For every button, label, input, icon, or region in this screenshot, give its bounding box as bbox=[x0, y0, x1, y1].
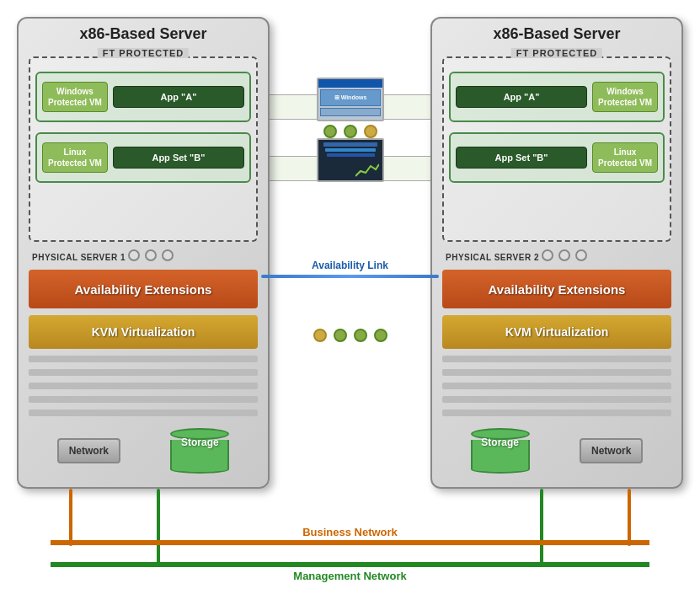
left-app-set-b: App Set "B" bbox=[113, 147, 244, 169]
left-physical-circles bbox=[128, 249, 174, 261]
diagram-container: x86-Based Server FT PROTECTED WindowsPro… bbox=[0, 0, 700, 589]
left-physical-label: PHYSICAL SERVER 1 bbox=[32, 253, 126, 262]
right-vm-bottom: App Set "B" LinuxProtected VM bbox=[449, 132, 665, 183]
mid-dots-row bbox=[313, 329, 387, 342]
left-storage-cylinder: Storage bbox=[170, 428, 229, 474]
mid-dot-1 bbox=[313, 329, 327, 342]
right-cyl-body: Storage bbox=[471, 440, 530, 465]
business-network-line bbox=[51, 540, 649, 545]
right-circle-3 bbox=[575, 249, 587, 261]
windows-thumbnail: ⊞ Windows bbox=[317, 78, 384, 121]
right-physical-circles bbox=[542, 249, 587, 261]
left-vm-bottom-label: LinuxProtected VM bbox=[42, 142, 108, 173]
left-storage-vert-management bbox=[157, 489, 160, 565]
right-gray-line-5 bbox=[442, 410, 671, 416]
right-physical-label: PHYSICAL SERVER 2 bbox=[446, 253, 539, 262]
top-dot-3 bbox=[364, 125, 377, 138]
avail-link-line bbox=[261, 275, 439, 278]
right-ft-protected: FT PROTECTED App "A" WindowsProtected VM… bbox=[442, 56, 671, 242]
top-dot-2 bbox=[344, 125, 357, 138]
left-vm-top-label: WindowsProtected VM bbox=[42, 82, 108, 112]
left-kvm-text: KVM Virtualization bbox=[92, 325, 195, 339]
left-gray-line-1 bbox=[29, 356, 258, 362]
right-vm-top-label: WindowsProtected VM bbox=[592, 82, 658, 112]
right-gray-line-2 bbox=[442, 369, 671, 376]
linux-thumbnail bbox=[317, 138, 384, 182]
left-circle-3 bbox=[162, 249, 174, 261]
left-gray-lines bbox=[29, 356, 258, 423]
left-ft-protected: FT PROTECTED WindowsProtected VM App "A"… bbox=[29, 56, 258, 242]
right-circle-2 bbox=[558, 249, 570, 261]
right-server-box: x86-Based Server FT PROTECTED App "A" Wi… bbox=[430, 17, 683, 489]
right-kvm-bar: KVM Virtualization bbox=[442, 315, 671, 349]
management-network-label: Management Network bbox=[293, 570, 406, 582]
right-storage-vert-management bbox=[540, 489, 543, 565]
left-gray-line-4 bbox=[29, 396, 258, 403]
left-server-box: x86-Based Server FT PROTECTED WindowsPro… bbox=[17, 17, 270, 489]
management-network-line bbox=[51, 562, 649, 567]
right-avail-bar: Availability Extensions bbox=[442, 270, 671, 308]
left-cyl-body: Storage bbox=[170, 440, 229, 465]
left-gray-line-2 bbox=[29, 369, 258, 376]
mid-dot-4 bbox=[374, 329, 387, 342]
right-avail-text: Availability Extensions bbox=[489, 282, 626, 297]
right-app-a: App "A" bbox=[456, 86, 587, 108]
right-kvm-text: KVM Virtualization bbox=[505, 325, 609, 339]
mid-dot-3 bbox=[354, 329, 367, 342]
right-cyl-bottom bbox=[471, 465, 530, 474]
left-net-storage: Network Storage bbox=[19, 428, 268, 474]
avail-link-section: Availability Link bbox=[261, 260, 439, 278]
left-vm-bottom: LinuxProtected VM App Set "B" bbox=[35, 132, 251, 183]
right-gray-line-3 bbox=[442, 383, 671, 389]
left-gray-line-5 bbox=[29, 410, 258, 416]
right-vm-bottom-label: LinuxProtected VM bbox=[592, 142, 658, 173]
right-gray-lines bbox=[442, 356, 671, 423]
left-circle-1 bbox=[128, 249, 140, 261]
right-gray-line-4 bbox=[442, 396, 671, 403]
right-gray-line-1 bbox=[442, 356, 671, 362]
left-network-box: Network bbox=[57, 438, 120, 463]
left-server-title: x86-Based Server bbox=[19, 19, 268, 46]
top-dots-row bbox=[323, 125, 377, 138]
avail-link-label: Availability Link bbox=[312, 260, 388, 271]
right-storage-cylinder: Storage bbox=[471, 428, 530, 474]
right-network-box: Network bbox=[580, 438, 643, 463]
left-storage-label: Storage bbox=[181, 436, 219, 448]
mid-dot-2 bbox=[334, 329, 347, 342]
left-cyl-bottom bbox=[170, 465, 229, 474]
left-app-a: App "A" bbox=[113, 86, 244, 108]
left-network-vert-business bbox=[69, 489, 72, 546]
right-net-storage: Storage Network bbox=[432, 428, 681, 474]
right-vm-top: App "A" WindowsProtected VM bbox=[449, 72, 665, 122]
right-network-vert-business bbox=[628, 489, 631, 546]
left-vm-top: WindowsProtected VM App "A" bbox=[35, 72, 251, 122]
left-circle-2 bbox=[145, 249, 157, 261]
right-storage-label: Storage bbox=[481, 436, 519, 448]
top-dot-1 bbox=[323, 125, 337, 138]
left-kvm-bar: KVM Virtualization bbox=[29, 315, 258, 349]
right-circle-1 bbox=[542, 249, 553, 261]
left-ft-label: FT PROTECTED bbox=[98, 48, 189, 58]
right-app-set-b: App Set "B" bbox=[456, 147, 587, 169]
right-server-title: x86-Based Server bbox=[432, 19, 681, 46]
left-avail-bar: Availability Extensions bbox=[29, 270, 258, 308]
business-network-label: Business Network bbox=[302, 526, 398, 538]
left-gray-line-3 bbox=[29, 383, 258, 389]
left-avail-text: Availability Extensions bbox=[75, 282, 212, 297]
right-ft-label: FT PROTECTED bbox=[511, 48, 602, 58]
